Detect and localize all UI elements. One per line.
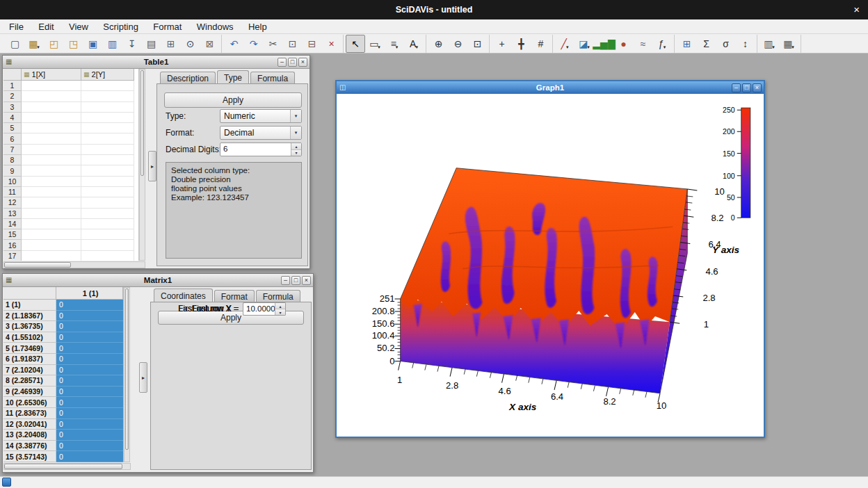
table-corner-header[interactable] xyxy=(3,69,22,81)
spinner-value[interactable]: 6 xyxy=(220,143,291,156)
app-titlebar[interactable]: SciDAVis - untitled × xyxy=(0,0,868,19)
row-header[interactable]: 2 xyxy=(3,91,22,101)
matrix-cell-selected[interactable]: 0 xyxy=(56,375,123,387)
table-cell[interactable] xyxy=(22,113,81,123)
matrix-cell-selected[interactable]: 0 xyxy=(56,387,123,398)
table-cell[interactable] xyxy=(22,219,81,229)
matrix-row-header[interactable]: 14 (3.38776) xyxy=(3,441,56,452)
matrix-cell-selected[interactable]: 0 xyxy=(56,311,123,322)
toolbar-button[interactable]: ◰ xyxy=(44,35,63,53)
matrix1-titlebar[interactable]: ▦ Matrix1 – □ × xyxy=(3,274,313,287)
spin-down-icon[interactable]: ▾ xyxy=(275,309,285,315)
scroll-thumb[interactable] xyxy=(4,262,71,268)
table-cell[interactable] xyxy=(81,133,134,144)
toolbar-button[interactable]: ⊠ xyxy=(200,35,219,53)
table-cell[interactable] xyxy=(22,197,81,208)
table-cell[interactable] xyxy=(22,209,81,219)
table-cell[interactable] xyxy=(81,102,134,113)
table-cell[interactable] xyxy=(81,251,134,261)
matrix-cell-selected[interactable]: 0 xyxy=(56,354,123,365)
table-cell[interactable] xyxy=(81,81,134,91)
menu-item[interactable]: View xyxy=(63,19,95,33)
matrix-cell-selected[interactable]: 0 xyxy=(56,441,123,452)
matrix-row-header[interactable]: 10 (2.65306) xyxy=(3,397,56,408)
toolbar-button[interactable]: ↧ xyxy=(122,35,141,53)
toolbar-button[interactable]: ↕ xyxy=(735,35,755,53)
menu-item[interactable]: File xyxy=(3,19,30,33)
toolbar-button[interactable]: ▣ xyxy=(83,35,102,53)
row-header[interactable]: 14 xyxy=(3,219,22,229)
menu-item[interactable]: Format xyxy=(147,19,188,33)
toolbar-button[interactable]: ↶ xyxy=(224,35,243,53)
row-header[interactable]: 5 xyxy=(3,123,22,133)
row-header[interactable]: 15 xyxy=(3,229,22,240)
toolbar-button[interactable]: ⊡ xyxy=(467,35,487,53)
chevron-down-icon[interactable]: ▾ xyxy=(290,110,301,122)
close-button[interactable]: × xyxy=(302,276,311,285)
minimize-button[interactable]: – xyxy=(732,83,741,92)
apply-button[interactable]: Apply xyxy=(164,92,302,108)
toolbar-button[interactable]: ≡ ▾ xyxy=(385,35,404,53)
close-button[interactable]: × xyxy=(298,58,307,67)
table-cell[interactable] xyxy=(22,177,81,187)
table-cell[interactable] xyxy=(81,197,134,208)
minimize-button[interactable]: – xyxy=(278,58,287,67)
matrix1-grid[interactable]: 1 (1) 1 (1) 0 2 (1.18367) 0 xyxy=(3,287,124,462)
row-header[interactable]: 8 xyxy=(3,155,22,165)
toolbar-button[interactable]: ▭ ▾ xyxy=(365,35,385,53)
matrix-cell-selected[interactable]: 0 xyxy=(56,343,123,354)
toolbar-button[interactable]: × xyxy=(321,35,341,53)
matrix-cell-selected[interactable]: 0 xyxy=(56,430,123,441)
row-header[interactable]: 4 xyxy=(3,113,22,123)
table1-titlebar[interactable]: ▦ Table1 – □ × xyxy=(3,56,310,69)
matrix-row-header[interactable]: 7 (2.10204) xyxy=(3,365,56,376)
matrix-row-header[interactable]: 11 (2.83673) xyxy=(3,408,56,419)
graph1-titlebar[interactable]: ◫ Graph1 – □ × xyxy=(337,81,764,95)
toolbar-button[interactable]: # xyxy=(531,35,550,53)
matrix-row-header[interactable]: 2 (1.18367) xyxy=(3,311,56,322)
spin-up-icon[interactable]: ▴ xyxy=(291,143,301,149)
toolbar-button[interactable]: ⊕ xyxy=(428,35,448,53)
type-combobox[interactable]: Numeric ▾ xyxy=(220,109,302,123)
toolbar-button[interactable]: ▥ ▾ xyxy=(760,35,779,53)
table-cell[interactable] xyxy=(81,113,134,123)
matrix-cell-selected[interactable]: 0 xyxy=(56,365,123,376)
toolbar-button[interactable]: ▢ xyxy=(5,35,24,53)
toolbar-button[interactable]: A ▾ xyxy=(404,35,424,53)
matrix1-vscrollbar[interactable] xyxy=(124,287,130,462)
maximize-button[interactable]: □ xyxy=(288,58,297,67)
toolbar-button[interactable]: ⊞ xyxy=(161,35,180,53)
row-header[interactable]: 17 xyxy=(3,251,22,261)
table-cell[interactable] xyxy=(22,133,81,144)
panel-collapse-button[interactable]: ▸ xyxy=(139,362,147,393)
matrix-row-header[interactable]: 3 (1.36735) xyxy=(3,321,56,332)
table1-grid[interactable]: ▦ 1[X] ▦ 2[Y] 1 xyxy=(3,69,139,261)
toolbar-button[interactable]: ● xyxy=(613,35,633,53)
toolbar-button[interactable]: ╱ ▾ xyxy=(555,35,574,53)
row-header[interactable]: 6 xyxy=(3,133,22,144)
decimal-digits-spinner[interactable]: 6 ▴ ▾ xyxy=(220,143,302,156)
tab-formula[interactable]: Formula xyxy=(256,290,300,302)
dock-handle-icon[interactable] xyxy=(2,478,11,487)
column-header-1x[interactable]: ▦ 1[X] xyxy=(22,69,81,81)
toolbar-button[interactable]: ƒ ▾ xyxy=(652,35,672,53)
row-header[interactable]: 13 xyxy=(3,209,22,219)
column-header-2y[interactable]: ▦ 2[Y] xyxy=(81,69,134,81)
matrix-row-header[interactable]: 4 (1.55102) xyxy=(3,332,56,343)
table1-vscrollbar[interactable] xyxy=(139,69,145,261)
toolbar-button[interactable]: ◳ xyxy=(63,35,83,53)
toolbar-button[interactable]: ≈ xyxy=(633,35,652,53)
coordinate-spinner[interactable]: 10.0000000 ▴ ▾ xyxy=(243,302,286,316)
spinner-value[interactable]: 10.0000000 xyxy=(243,303,275,315)
toolbar-button[interactable]: ⊡ xyxy=(282,35,302,53)
menu-item[interactable]: Edit xyxy=(32,19,60,33)
toolbar-button[interactable]: ⊖ xyxy=(448,35,467,53)
toolbar-button[interactable]: ▂▅▇ xyxy=(594,35,613,53)
toolbar-button[interactable]: ◪ ▾ xyxy=(574,35,594,53)
menu-item[interactable]: Windows xyxy=(191,19,240,33)
matrix-cell-selected[interactable]: 0 xyxy=(56,332,123,343)
table-cell[interactable] xyxy=(22,123,81,133)
tab-format[interactable]: Format xyxy=(214,290,255,302)
toolbar-button[interactable]: ▥ xyxy=(102,35,122,53)
toolbar-button[interactable]: ▦ ▾ xyxy=(779,35,798,53)
